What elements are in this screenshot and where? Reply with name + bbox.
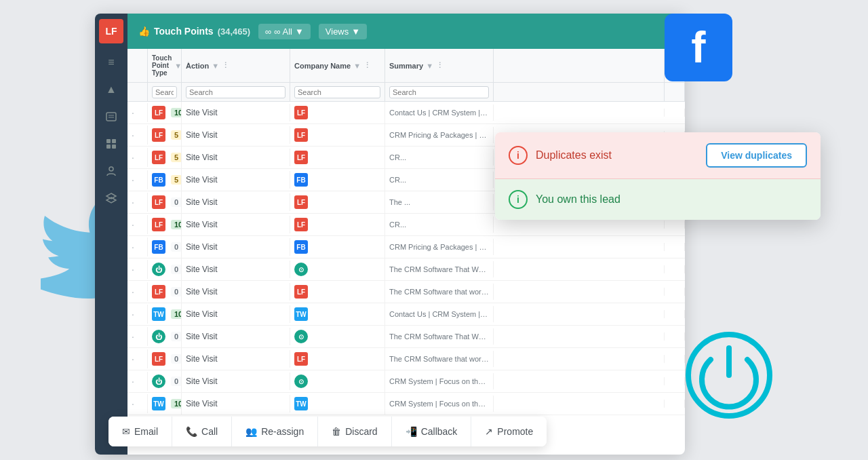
search-cell-more	[665, 83, 685, 101]
row-extra-cell	[494, 221, 665, 229]
search-summary-input[interactable]	[389, 86, 489, 98]
svg-rect-2	[106, 113, 116, 121]
score-badge: 5	[171, 175, 182, 185]
row-action-cell: Site Visit	[182, 193, 290, 211]
sidebar-contact-icon[interactable]	[100, 106, 122, 128]
row-summary-cell: CRM Pricing & Packages | Gold-Vision CRM	[385, 239, 494, 255]
views-label: Views	[326, 26, 349, 37]
score-badge: 0	[171, 332, 182, 341]
duplicates-notification: i Duplicates exist View duplicates	[495, 132, 821, 179]
row-touchpoint-cell: FB 0 ● ███████ ██████████	[148, 236, 182, 258]
action-sort-icon[interactable]: ⋮	[222, 61, 229, 70]
row-extra-cell	[494, 109, 665, 117]
search-action-input[interactable]	[186, 86, 285, 98]
row-touchpoint-cell: LF 10 ● ██████████	[148, 214, 182, 235]
action-bar: ✉ Email 📞 Call 👥 Re-assign 🗑 Discard 📲 C…	[108, 417, 547, 446]
col-header-action: Action ▼ ⋮	[182, 49, 290, 82]
views-btn[interactable]: Views ▼	[319, 24, 367, 39]
score-badge: 10	[171, 399, 182, 408]
score-badge: 0	[171, 287, 182, 296]
col-header-summary: Summary ▼ ⋮	[385, 49, 494, 82]
row-dot-cell: ·	[127, 103, 148, 122]
source-logo: TW	[152, 307, 165, 321]
company-logo: TW	[294, 307, 308, 321]
svg-point-9	[109, 167, 113, 171]
sidebar-up-icon[interactable]: ▲	[100, 79, 122, 100]
discard-button[interactable]: 🗑 Discard	[318, 417, 391, 446]
row-touchpoint-cell: TW 10 ● ████████████ ████ ███████	[148, 303, 182, 325]
sidebar-user-icon[interactable]	[100, 160, 122, 182]
search-row	[127, 83, 685, 102]
row-summary-cell: The CRM Software That Works For You | Go…	[385, 328, 494, 345]
sidebar-menu-icon[interactable]: ≡	[100, 52, 122, 73]
table-row: · LF 0 ● ███ ████████ Site Visit LF The …	[127, 348, 685, 370]
svg-rect-6	[112, 139, 116, 143]
filter-icon[interactable]: ▼	[174, 62, 182, 70]
svg-rect-8	[112, 145, 116, 149]
row-action-cell: Site Visit	[182, 372, 290, 390]
email-label: Email	[134, 426, 158, 437]
row-more-cell	[665, 377, 685, 385]
sidebar-grid-icon[interactable]	[100, 133, 122, 155]
call-button[interactable]: 📞 Call	[172, 417, 232, 446]
search-cell-touchpoint	[148, 83, 182, 101]
row-company-cell: TW	[290, 303, 385, 325]
table-row: · TW 10 ● ████████████ ████ ███████ Site…	[127, 303, 685, 326]
company-filter-icon[interactable]: ▼	[353, 62, 361, 70]
row-company-cell: ⊙	[290, 370, 385, 392]
search-cell-extra	[494, 83, 665, 101]
phone-icon: 📞	[186, 426, 197, 437]
row-more-cell	[665, 288, 685, 296]
search-touchpoint-input[interactable]	[152, 86, 177, 98]
reassign-button[interactable]: 👥 Re-assign	[232, 417, 318, 446]
infinity-icon: ∞	[265, 26, 271, 37]
callback-button[interactable]: 📲 Callback	[392, 417, 472, 446]
row-dot-cell: ·	[127, 215, 148, 234]
row-touchpoint-cell: LF 5 ● ████████ ████████	[148, 147, 182, 168]
own-lead-notification: i You own this lead	[495, 179, 821, 220]
trash-icon: 🗑	[332, 426, 341, 437]
source-logo: LF	[152, 151, 165, 164]
row-touchpoint-cell: LF 0 ● ███ ████████	[148, 348, 182, 370]
power-icon-decoration	[685, 331, 773, 419]
search-company-input[interactable]	[294, 86, 380, 98]
row-action-cell: Site Visit	[182, 328, 290, 345]
row-extra-cell	[494, 332, 665, 341]
row-dot-cell: ·	[127, 327, 148, 346]
action-filter-icon[interactable]: ▼	[212, 62, 219, 70]
row-summary-cell: CRM Pricing & Packages | Gold-Vision	[385, 127, 494, 143]
main-content: 👍 Touch Points (34,465) ∞ ∞ All ▼ Views …	[127, 14, 685, 455]
view-duplicates-button[interactable]: View duplicates	[706, 143, 807, 168]
all-filter-btn[interactable]: ∞ ∞ All ▼	[258, 24, 311, 39]
sidebar-layers-icon[interactable]	[100, 187, 122, 209]
row-summary-cell: Contact Us | CRM System | Gold-Vision CR…	[385, 306, 494, 322]
summary-filter-icon[interactable]: ▼	[426, 62, 433, 70]
row-summary-cell: CR...	[385, 149, 494, 166]
source-logo: LF	[152, 106, 165, 119]
search-cell-empty	[127, 83, 148, 101]
own-lead-text: You own this lead	[536, 193, 807, 206]
col-header-extra	[494, 49, 665, 82]
row-company-cell: FB	[290, 169, 385, 191]
summary-sort-icon[interactable]: ⋮	[436, 61, 443, 70]
row-dot-cell: ·	[127, 372, 148, 391]
company-sort-icon[interactable]: ⋮	[363, 61, 371, 70]
row-dot-cell: ·	[127, 170, 148, 189]
email-button[interactable]: ✉ Email	[108, 417, 172, 446]
row-company-cell: LF	[290, 348, 385, 370]
row-company-cell: TW	[290, 393, 385, 415]
score-badge: 10	[171, 220, 182, 229]
col-summary-label: Summary	[389, 62, 423, 70]
facebook-logo-decoration: f	[665, 14, 732, 81]
touch-points-header: 👍 Touch Points (34,465)	[138, 26, 250, 37]
row-company-cell: LF	[290, 147, 385, 168]
search-cell-summary	[385, 83, 494, 101]
row-extra-cell	[494, 355, 665, 363]
row-extra-cell	[494, 400, 665, 408]
callback-label: Callback	[421, 426, 458, 437]
sidebar-logo: LF	[99, 19, 123, 43]
search-cell-company	[290, 83, 385, 101]
company-logo: LF	[294, 352, 308, 366]
table-row: · FB 0 ● ███████ ██████████ Site Visit F…	[127, 236, 685, 258]
promote-button[interactable]: ↗ Promote	[471, 417, 547, 446]
